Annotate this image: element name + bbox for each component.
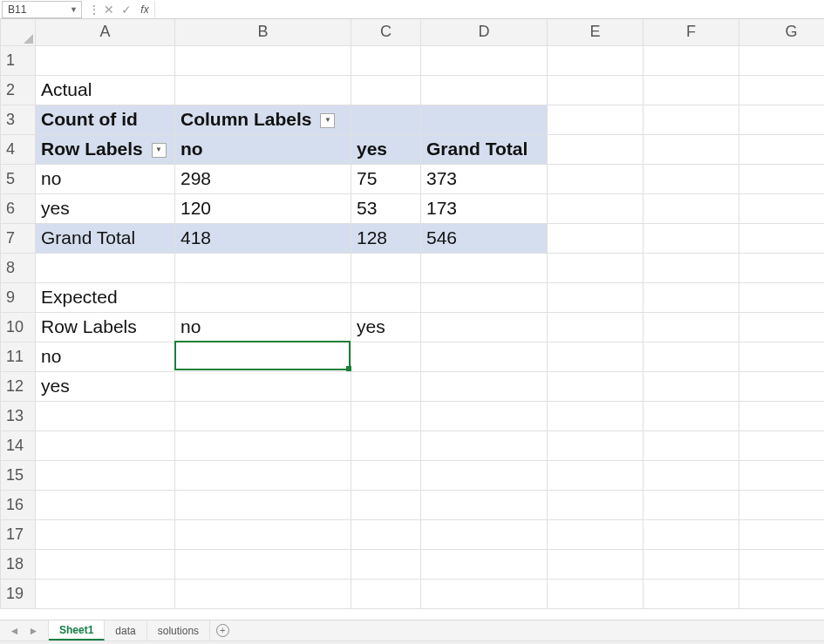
row-header[interactable]: 3 <box>1 105 36 134</box>
cell-F5[interactable] <box>644 164 739 193</box>
cell-D2[interactable] <box>421 75 548 105</box>
cell-B10[interactable]: no <box>175 312 351 342</box>
row-header[interactable]: 7 <box>1 223 36 253</box>
cell-A7[interactable]: Grand Total <box>36 223 175 253</box>
cell-A15[interactable] <box>36 460 175 490</box>
cell-G15[interactable] <box>739 460 825 490</box>
cell-C2[interactable] <box>351 75 421 105</box>
cell-A13[interactable] <box>36 401 175 430</box>
cell-F7[interactable] <box>644 223 739 253</box>
formula-input[interactable] <box>154 1 824 18</box>
cell-C12[interactable] <box>351 371 421 401</box>
cell-E19[interactable] <box>548 579 644 608</box>
cell-G7[interactable] <box>739 223 825 253</box>
col-header-D[interactable]: D <box>421 19 548 45</box>
cell-D17[interactable] <box>421 519 548 549</box>
cell-G6[interactable] <box>739 193 825 223</box>
row-header[interactable]: 8 <box>1 253 36 282</box>
cell-D1[interactable] <box>421 45 548 75</box>
cell-F16[interactable] <box>644 490 739 519</box>
cell-A14[interactable] <box>36 430 175 460</box>
cell-B16[interactable] <box>175 490 351 519</box>
cell-D14[interactable] <box>421 430 548 460</box>
row-header[interactable]: 10 <box>1 312 36 342</box>
row-header[interactable]: 12 <box>1 371 36 401</box>
row-header[interactable]: 15 <box>1 460 36 490</box>
spreadsheet-grid[interactable]: A B C D E F G 1 2 Actu <box>0 19 824 620</box>
cell-E4[interactable] <box>548 134 644 164</box>
cell-E8[interactable] <box>548 253 644 282</box>
row-header[interactable]: 4 <box>1 134 36 164</box>
tab-next-icon[interactable]: ► <box>29 625 39 637</box>
row-header[interactable]: 2 <box>1 75 36 105</box>
cell-B8[interactable] <box>175 253 351 282</box>
col-header-A[interactable]: A <box>36 19 175 45</box>
cell-E3[interactable] <box>548 105 644 134</box>
cell-C9[interactable] <box>351 282 421 312</box>
row-header[interactable]: 5 <box>1 164 36 193</box>
cell-B6[interactable]: 120 <box>175 193 351 223</box>
cell-A10[interactable]: Row Labels <box>36 312 175 342</box>
cell-A17[interactable] <box>36 519 175 549</box>
cell-E16[interactable] <box>548 490 644 519</box>
row-header[interactable]: 9 <box>1 282 36 312</box>
cell-C11[interactable] <box>351 342 421 371</box>
cell-B13[interactable] <box>175 401 351 430</box>
cell-A5[interactable]: no <box>36 164 175 193</box>
cell-E18[interactable] <box>548 549 644 579</box>
row-header[interactable]: 6 <box>1 193 36 223</box>
cell-C18[interactable] <box>351 549 421 579</box>
cell-F4[interactable] <box>644 134 739 164</box>
cell-A19[interactable] <box>36 579 175 608</box>
sheet-tab-sheet1[interactable]: Sheet1 <box>49 620 105 641</box>
column-labels-filter-button[interactable]: ▼ <box>320 113 335 128</box>
cell-B3[interactable]: Column Labels ▼ <box>175 105 351 134</box>
col-header-F[interactable]: F <box>644 19 739 45</box>
cell-G10[interactable] <box>739 312 825 342</box>
name-box[interactable]: B11 ▼ <box>2 1 82 18</box>
cell-D4[interactable]: Grand Total <box>421 134 548 164</box>
row-header[interactable]: 16 <box>1 490 36 519</box>
tab-nav[interactable]: ◄ ► <box>0 620 49 641</box>
cell-D6[interactable]: 173 <box>421 193 548 223</box>
cell-E14[interactable] <box>548 430 644 460</box>
row-header[interactable]: 1 <box>1 45 36 75</box>
cell-E12[interactable] <box>548 371 644 401</box>
row-header[interactable]: 13 <box>1 401 36 430</box>
cell-A1[interactable] <box>36 45 175 75</box>
col-header-B[interactable]: B <box>175 19 351 45</box>
cell-G16[interactable] <box>739 490 825 519</box>
cell-F1[interactable] <box>644 45 739 75</box>
cell-E9[interactable] <box>548 282 644 312</box>
col-header-E[interactable]: E <box>548 19 644 45</box>
cell-C15[interactable] <box>351 460 421 490</box>
cell-F2[interactable] <box>644 75 739 105</box>
cell-G8[interactable] <box>739 253 825 282</box>
cell-A2[interactable]: Actual <box>36 75 175 105</box>
cell-D7[interactable]: 546 <box>421 223 548 253</box>
cell-G12[interactable] <box>739 371 825 401</box>
cell-F17[interactable] <box>644 519 739 549</box>
cell-G18[interactable] <box>739 549 825 579</box>
cell-B14[interactable] <box>175 430 351 460</box>
cell-D18[interactable] <box>421 549 548 579</box>
cell-E2[interactable] <box>548 75 644 105</box>
row-header[interactable]: 14 <box>1 430 36 460</box>
cell-A11[interactable]: no <box>36 342 175 371</box>
cell-D12[interactable] <box>421 371 548 401</box>
cell-B11[interactable] <box>175 342 351 371</box>
cell-G5[interactable] <box>739 164 825 193</box>
cell-F11[interactable] <box>644 342 739 371</box>
cell-E10[interactable] <box>548 312 644 342</box>
cell-B7[interactable]: 418 <box>175 223 351 253</box>
cancel-button[interactable]: ✕ <box>100 3 118 17</box>
cell-D15[interactable] <box>421 460 548 490</box>
cell-C1[interactable] <box>351 45 421 75</box>
cell-C14[interactable] <box>351 430 421 460</box>
cell-F10[interactable] <box>644 312 739 342</box>
cell-A3[interactable]: Count of id <box>36 105 175 134</box>
cell-B12[interactable] <box>175 371 351 401</box>
add-sheet-button[interactable]: + <box>210 620 235 641</box>
cell-E11[interactable] <box>548 342 644 371</box>
cell-F18[interactable] <box>644 549 739 579</box>
